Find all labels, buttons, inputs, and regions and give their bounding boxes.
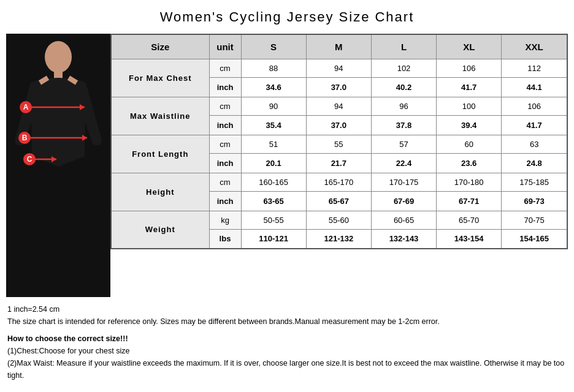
- svg-text:C: C: [27, 155, 33, 164]
- header-size: Size: [111, 34, 209, 59]
- val-height-cm-xl: 170-180: [437, 173, 502, 191]
- unit-length-cm: cm: [209, 135, 241, 153]
- val-waist-inch-m: 37.0: [306, 115, 371, 135]
- table-row: Front Length cm 51 55 57 60 63: [111, 135, 567, 153]
- val-waist-cm-xxl: 106: [502, 97, 567, 115]
- table-row: Weight kg 50-55 55-60 60-65 65-70 70-75: [111, 211, 567, 229]
- val-weight-kg-m: 55-60: [306, 211, 371, 229]
- val-chest-inch-l: 40.2: [371, 77, 436, 97]
- val-waist-inch-l: 37.8: [371, 115, 436, 135]
- footer-note1: 1 inch=2.54 cm: [7, 303, 567, 315]
- size-table: Size unit S M L XL XXL For Max Chest cm …: [110, 34, 568, 249]
- svg-text:B: B: [22, 134, 28, 142]
- content-area: A B C Size unit: [6, 34, 568, 297]
- label-length: Front Length: [111, 135, 209, 173]
- val-chest-inch-xxl: 44.1: [502, 77, 567, 97]
- header-unit: unit: [209, 34, 241, 59]
- val-weight-kg-xxl: 70-75: [502, 211, 567, 229]
- label-weight: Weight: [111, 211, 209, 249]
- header-xxl: XXL: [502, 34, 567, 59]
- table-header-row: Size unit S M L XL XXL: [111, 34, 567, 59]
- val-waist-inch-xl: 39.4: [437, 115, 502, 135]
- val-height-inch-m: 65-67: [306, 191, 371, 211]
- val-length-cm-s: 51: [241, 135, 306, 153]
- val-weight-lbs-l: 132-143: [371, 229, 436, 249]
- svg-point-1: [45, 41, 72, 73]
- table-row: Height cm 160-165 165-170 170-175 170-18…: [111, 173, 567, 191]
- val-waist-inch-s: 35.4: [241, 115, 306, 135]
- footer-bold-title: How to choose the correct size!!!: [7, 333, 567, 345]
- val-waist-cm-l: 96: [371, 97, 436, 115]
- val-waist-inch-xxl: 41.7: [502, 115, 567, 135]
- unit-height-cm: cm: [209, 173, 241, 191]
- unit-chest-cm: cm: [209, 59, 241, 77]
- val-height-inch-xl: 67-71: [437, 191, 502, 211]
- val-waist-cm-s: 90: [241, 97, 306, 115]
- val-length-cm-xxl: 63: [502, 135, 567, 153]
- unit-chest-inch: inch: [209, 77, 241, 97]
- label-height: Height: [111, 173, 209, 211]
- unit-height-inch: inch: [209, 191, 241, 211]
- val-chest-cm-l: 102: [371, 59, 436, 77]
- val-height-cm-xxl: 175-185: [502, 173, 567, 191]
- val-weight-lbs-m: 121-132: [306, 229, 371, 249]
- val-chest-inch-m: 37.0: [306, 77, 371, 97]
- val-height-cm-s: 160-165: [241, 173, 306, 191]
- footer-bold-title-text: How to choose the correct size!!!: [7, 334, 128, 343]
- val-length-cm-l: 57: [371, 135, 436, 153]
- val-chest-cm-s: 88: [241, 59, 306, 77]
- val-chest-inch-s: 34.6: [241, 77, 306, 97]
- header-xl: XL: [437, 34, 502, 59]
- footer-tip2: (2)Max Waist: Measure if your waistline …: [7, 357, 567, 382]
- unit-length-inch: inch: [209, 153, 241, 173]
- unit-waist-cm: cm: [209, 97, 241, 115]
- val-weight-lbs-xxl: 154-165: [502, 229, 567, 249]
- unit-waist-inch: inch: [209, 115, 241, 135]
- label-chest: For Max Chest: [111, 59, 209, 97]
- svg-rect-3: [29, 247, 47, 295]
- val-height-inch-xxl: 69-73: [502, 191, 567, 211]
- val-chest-cm-xxl: 112: [502, 59, 567, 77]
- table-row: For Max Chest cm 88 94 102 106 112: [111, 59, 567, 77]
- val-height-inch-s: 63-65: [241, 191, 306, 211]
- footer-text: 1 inch=2.54 cm The size chart is intende…: [6, 303, 568, 382]
- svg-rect-4: [70, 247, 87, 295]
- val-weight-kg-s: 50-55: [241, 211, 306, 229]
- header-s: S: [241, 34, 306, 59]
- val-weight-kg-l: 60-65: [371, 211, 436, 229]
- val-chest-cm-xl: 106: [437, 59, 502, 77]
- val-length-inch-m: 21.7: [306, 153, 371, 173]
- val-length-inch-xl: 23.6: [437, 153, 502, 173]
- val-length-cm-m: 55: [306, 135, 371, 153]
- model-image: A B C: [6, 34, 110, 297]
- header-l: L: [371, 34, 436, 59]
- table-row: Max Waistline cm 90 94 96 100 106: [111, 97, 567, 115]
- val-length-cm-xl: 60: [437, 135, 502, 153]
- footer-note2: The size chart is intended for reference…: [7, 315, 567, 328]
- val-waist-cm-xl: 100: [437, 97, 502, 115]
- val-length-inch-xxl: 24.8: [502, 153, 567, 173]
- header-m: M: [306, 34, 371, 59]
- val-height-cm-l: 170-175: [371, 173, 436, 191]
- val-waist-cm-m: 94: [306, 97, 371, 115]
- svg-text:A: A: [23, 103, 29, 111]
- val-height-cm-m: 165-170: [306, 173, 371, 191]
- val-chest-inch-xl: 41.7: [437, 77, 502, 97]
- val-weight-lbs-s: 110-121: [241, 229, 306, 249]
- page: Women's Cycling Jersey Size Chart: [0, 0, 574, 388]
- unit-weight-kg: kg: [209, 211, 241, 229]
- val-chest-cm-m: 94: [306, 59, 371, 77]
- val-length-inch-s: 20.1: [241, 153, 306, 173]
- footer-tip1: (1)Chest:Choose for your chest size: [7, 345, 567, 357]
- page-title: Women's Cycling Jersey Size Chart: [6, 9, 568, 25]
- val-height-inch-l: 67-69: [371, 191, 436, 211]
- unit-weight-lbs: lbs: [209, 229, 241, 249]
- val-length-inch-l: 22.4: [371, 153, 436, 173]
- val-weight-kg-xl: 65-70: [437, 211, 502, 229]
- val-weight-lbs-xl: 143-154: [437, 229, 502, 249]
- label-waist: Max Waistline: [111, 97, 209, 135]
